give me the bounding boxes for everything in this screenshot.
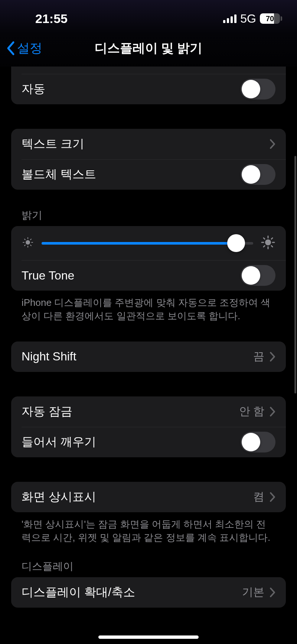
battery-percent: 70 <box>260 14 280 23</box>
footer-always-on: '화면 상시표시'는 잠금 화면을 어둡게 하면서 최소한의 전력으로 시간, … <box>11 512 286 545</box>
row-brightness-slider <box>11 226 286 260</box>
svg-rect-1 <box>227 18 229 23</box>
svg-line-19 <box>271 246 272 247</box>
row-auto[interactable]: 자동 <box>11 74 286 104</box>
toggle-auto[interactable] <box>241 79 275 99</box>
group-brightness: True Tone <box>11 226 286 291</box>
label-text-size: 텍스트 크기 <box>22 136 84 152</box>
header-display: 디스플레이 <box>11 559 286 577</box>
label-raise-to-wake: 들어서 깨우기 <box>22 434 96 450</box>
label-auto: 자동 <box>22 81 45 97</box>
chevron-right-icon <box>270 352 275 362</box>
label-display-zoom: 디스플레이 확대/축소 <box>22 584 135 601</box>
svg-rect-0 <box>223 20 225 23</box>
svg-line-12 <box>30 239 31 240</box>
chevron-right-icon <box>270 492 275 502</box>
scrollbar[interactable] <box>294 156 296 393</box>
svg-rect-2 <box>231 16 233 23</box>
chevron-right-icon <box>270 587 275 598</box>
value-display-zoom: 기본 <box>242 585 264 600</box>
home-indicator[interactable] <box>98 635 199 639</box>
slider-fill <box>42 242 236 245</box>
svg-line-21 <box>271 238 272 239</box>
group-night-shift: Night Shift 끔 <box>11 341 286 372</box>
svg-line-18 <box>264 238 265 239</box>
svg-line-20 <box>264 246 265 247</box>
row-always-on[interactable]: 화면 상시표시 켬 <box>11 482 286 512</box>
toggle-true-tone[interactable] <box>241 265 275 286</box>
nav-bar: 설정 디스플레이 및 밝기 <box>0 33 297 67</box>
value-night-shift: 끔 <box>253 349 264 364</box>
group-text: 텍스트 크기 볼드체 텍스트 <box>11 129 286 190</box>
toggle-raise-to-wake[interactable] <box>241 432 275 452</box>
svg-rect-3 <box>234 14 236 23</box>
chevron-left-icon <box>6 41 16 56</box>
group-always-on: 화면 상시표시 켬 <box>11 482 286 512</box>
svg-line-10 <box>30 245 31 246</box>
label-bold-text: 볼드체 텍스트 <box>22 166 96 183</box>
svg-point-13 <box>265 239 271 245</box>
cellular-signal-icon <box>223 14 236 23</box>
back-button[interactable]: 설정 <box>6 40 42 57</box>
toggle-bold-text[interactable] <box>241 164 275 185</box>
back-label: 설정 <box>17 40 42 57</box>
footer-true-tone: iPhone 디스플레이를 주변광에 맞춰 자동으로 조정하여 색상이 다른 환… <box>11 291 286 323</box>
brightness-low-icon <box>22 236 34 250</box>
svg-point-4 <box>26 240 30 245</box>
label-always-on: 화면 상시표시 <box>22 489 96 505</box>
group-divider-top <box>11 66 286 74</box>
group-display-zoom: 디스플레이 확대/축소 기본 <box>11 577 286 608</box>
status-right: 5G 70 <box>223 12 282 26</box>
row-display-zoom[interactable]: 디스플레이 확대/축소 기본 <box>11 577 286 608</box>
svg-line-11 <box>25 245 25 246</box>
network-label: 5G <box>240 12 256 26</box>
header-brightness: 밝기 <box>11 208 286 226</box>
group-appearance: 자동 <box>11 66 286 104</box>
page-title: 디스플레이 및 밝기 <box>95 40 203 57</box>
row-night-shift[interactable]: Night Shift 끔 <box>11 341 286 372</box>
row-bold-text[interactable]: 볼드체 텍스트 <box>11 159 286 190</box>
chevron-right-icon <box>270 406 275 417</box>
chevron-right-icon <box>270 139 275 149</box>
label-auto-lock: 자동 잠금 <box>22 403 72 420</box>
label-night-shift: Night Shift <box>22 350 76 363</box>
row-text-size[interactable]: 텍스트 크기 <box>11 129 286 159</box>
svg-line-9 <box>25 239 25 240</box>
brightness-high-icon <box>261 235 275 251</box>
status-time: 21:55 <box>35 12 68 26</box>
value-auto-lock: 안 함 <box>239 404 264 419</box>
value-always-on: 켬 <box>253 489 264 504</box>
group-lock: 자동 잠금 안 함 들어서 깨우기 <box>11 396 286 457</box>
row-auto-lock[interactable]: 자동 잠금 안 함 <box>11 396 286 427</box>
label-true-tone: True Tone <box>22 269 74 282</box>
slider-thumb[interactable] <box>227 234 245 252</box>
brightness-slider[interactable] <box>42 234 253 252</box>
row-raise-to-wake[interactable]: 들어서 깨우기 <box>11 427 286 457</box>
battery-icon: 70 <box>260 13 282 24</box>
row-true-tone[interactable]: True Tone <box>11 260 286 291</box>
status-bar: 21:55 5G 70 <box>0 0 297 33</box>
